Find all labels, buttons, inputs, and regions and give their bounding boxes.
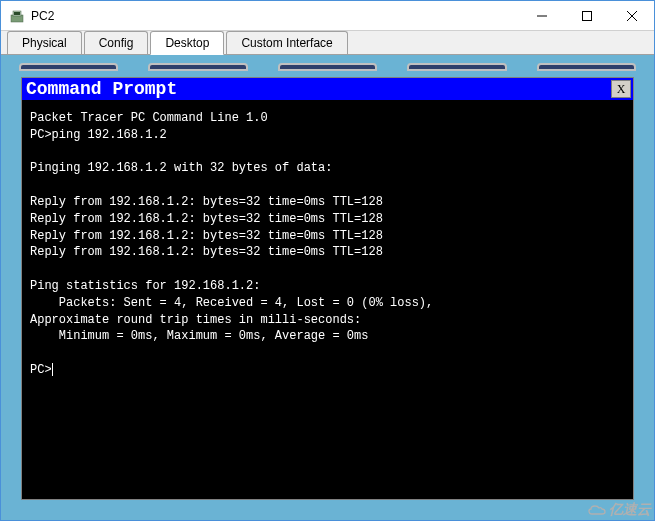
tab-custom-interface[interactable]: Custom Interface [226, 31, 347, 54]
desktop-content: Command Prompt X Packet Tracer PC Comman… [1, 55, 654, 520]
terminal-line: Reply from 192.168.1.2: bytes=32 time=0m… [30, 245, 383, 259]
maximize-button[interactable] [564, 1, 609, 30]
watermark-text: 亿速云 [609, 501, 651, 519]
terminal-line: Reply from 192.168.1.2: bytes=32 time=0m… [30, 195, 383, 209]
tab-bar: Physical Config Desktop Custom Interface [1, 31, 654, 55]
watermark: 亿速云 [587, 501, 651, 519]
minimize-icon [537, 11, 547, 21]
window-title: PC2 [31, 9, 519, 23]
desktop-app-card[interactable] [148, 63, 247, 71]
minimize-button[interactable] [519, 1, 564, 30]
terminal-line: Approximate round trip times in milli-se… [30, 313, 361, 327]
svg-rect-2 [14, 12, 20, 15]
terminal-line: Packet Tracer PC Command Line 1.0 [30, 111, 268, 125]
terminal-line: Reply from 192.168.1.2: bytes=32 time=0m… [30, 212, 383, 226]
maximize-icon [582, 11, 592, 21]
terminal-line: PC>ping 192.168.1.2 [30, 128, 167, 142]
close-icon [627, 11, 637, 21]
close-button[interactable] [609, 1, 654, 30]
titlebar[interactable]: PC2 [1, 1, 654, 31]
desktop-app-card[interactable] [278, 63, 377, 71]
app-window: PC2 Physical Config Desktop Custom Inter… [0, 0, 655, 521]
cloud-icon [587, 503, 607, 517]
command-prompt-titlebar[interactable]: Command Prompt X [22, 78, 633, 100]
terminal-line: Ping statistics for 192.168.1.2: [30, 279, 260, 293]
svg-rect-4 [582, 11, 591, 20]
terminal-line: Packets: Sent = 4, Received = 4, Lost = … [30, 296, 433, 310]
cursor-icon [52, 363, 53, 376]
terminal-line: Reply from 192.168.1.2: bytes=32 time=0m… [30, 229, 383, 243]
tab-desktop[interactable]: Desktop [150, 31, 224, 55]
terminal-line: Minimum = 0ms, Maximum = 0ms, Average = … [30, 329, 368, 343]
tab-physical[interactable]: Physical [7, 31, 82, 54]
desktop-app-strip [9, 63, 646, 71]
terminal-prompt: PC> [30, 363, 52, 377]
tab-config[interactable]: Config [84, 31, 149, 54]
app-icon [9, 8, 25, 24]
desktop-app-card[interactable] [19, 63, 118, 71]
command-prompt-close-button[interactable]: X [611, 80, 631, 98]
desktop-app-card[interactable] [537, 63, 636, 71]
command-prompt-title: Command Prompt [26, 79, 611, 99]
desktop-app-card[interactable] [407, 63, 506, 71]
command-prompt-window: Command Prompt X Packet Tracer PC Comman… [21, 77, 634, 500]
terminal-line: Pinging 192.168.1.2 with 32 bytes of dat… [30, 161, 332, 175]
command-prompt-body[interactable]: Packet Tracer PC Command Line 1.0 PC>pin… [22, 100, 633, 499]
